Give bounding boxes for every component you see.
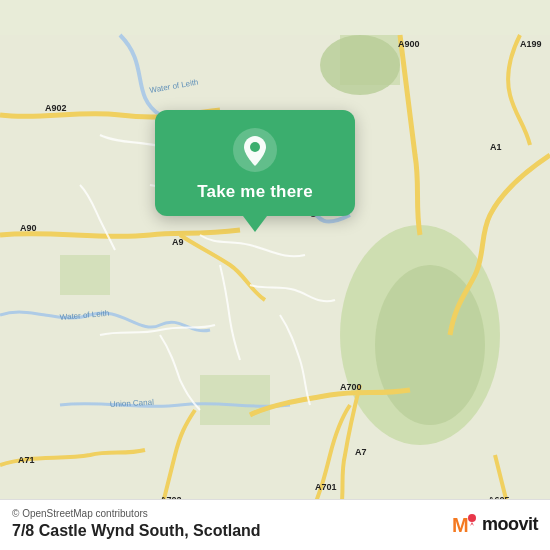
- svg-text:A1: A1: [490, 142, 502, 152]
- moovit-brand-name: moovit: [482, 514, 538, 535]
- location-pin-icon: [233, 128, 277, 172]
- moovit-logo: M moovit: [450, 510, 538, 538]
- svg-text:A701: A701: [315, 482, 337, 492]
- svg-text:A199: A199: [520, 39, 542, 49]
- svg-text:A7: A7: [355, 447, 367, 457]
- svg-text:M: M: [452, 514, 469, 536]
- location-name: 7/8 Castle Wynd South, Scotland: [12, 522, 261, 540]
- svg-text:A902: A902: [45, 103, 67, 113]
- map-container: A902 A90 A900 A199 A1 A700 A701 A702 A71…: [0, 0, 550, 550]
- svg-point-27: [468, 514, 476, 522]
- svg-text:A90: A90: [20, 223, 37, 233]
- take-me-there-popup[interactable]: Take me there: [155, 110, 355, 216]
- osm-credit: © OpenStreetMap contributors: [12, 508, 261, 519]
- svg-point-4: [320, 35, 400, 95]
- map-svg: A902 A90 A900 A199 A1 A700 A701 A702 A71…: [0, 0, 550, 550]
- take-me-there-label: Take me there: [197, 182, 313, 202]
- svg-text:A700: A700: [340, 382, 362, 392]
- svg-text:A900: A900: [398, 39, 420, 49]
- bottom-bar: © OpenStreetMap contributors 7/8 Castle …: [0, 499, 550, 550]
- moovit-icon: M: [450, 510, 478, 538]
- location-info: © OpenStreetMap contributors 7/8 Castle …: [12, 508, 261, 540]
- svg-rect-5: [60, 255, 110, 295]
- svg-rect-6: [200, 375, 270, 425]
- svg-text:A9: A9: [172, 237, 184, 247]
- svg-text:A71: A71: [18, 455, 35, 465]
- svg-point-24: [250, 142, 260, 152]
